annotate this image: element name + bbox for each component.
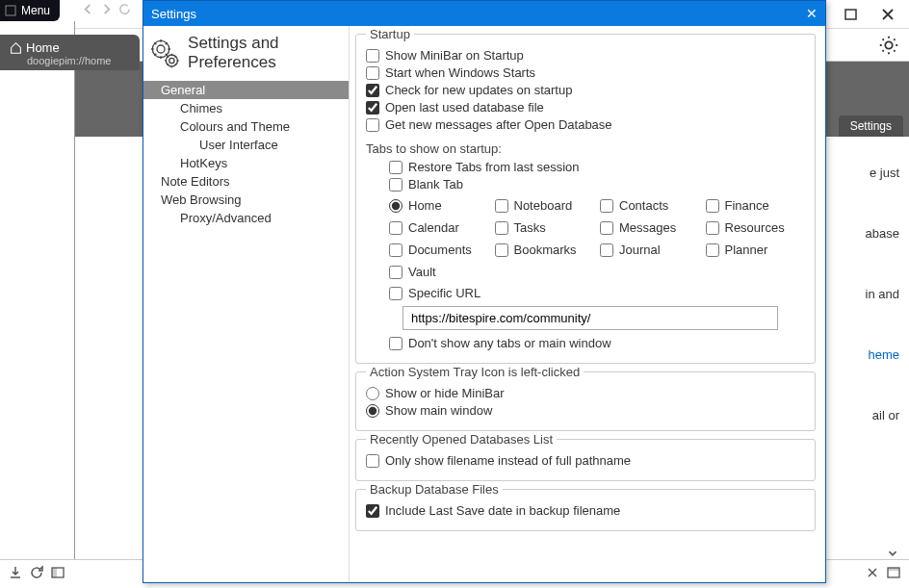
svg-rect-3	[52, 568, 57, 577]
bg-partial-text: abase	[866, 226, 899, 241]
tab-planner-checkbox[interactable]	[706, 243, 719, 257]
tabs-grid: Home Noteboard Contacts Finance Calendar…	[389, 195, 805, 282]
tab-vault-checkbox[interactable]	[389, 266, 403, 279]
backup-date-checkbox[interactable]	[366, 504, 379, 518]
dialog-title: Settings	[151, 7, 196, 21]
settings-content: Startup Show MiniBar on Startup Start wh…	[350, 26, 825, 582]
forward-icon[interactable]	[99, 2, 114, 19]
tray-legend: Action System Tray Icon is left-clicked	[366, 365, 584, 379]
specific-url-checkbox[interactable]	[389, 287, 403, 300]
svg-point-9	[169, 58, 174, 63]
show-minibar-checkbox[interactable]	[366, 49, 379, 63]
tray-minibar-radio[interactable]	[366, 387, 379, 400]
gear-icon[interactable]	[878, 35, 899, 56]
app-close-icon[interactable]	[880, 7, 896, 22]
recent-legend: Recently Opened Databases List	[366, 432, 557, 447]
settings-sidebar: Settings and Preferences General Chimes …	[143, 26, 350, 582]
tab-documents-checkbox[interactable]	[389, 243, 403, 257]
reload-icon[interactable]	[117, 2, 132, 19]
home-tab-url: doogiepim://home	[10, 55, 130, 66]
tab-home-radio[interactable]	[389, 199, 403, 213]
blank-tab-checkbox[interactable]	[389, 178, 403, 192]
tray-group: Action System Tray Icon is left-clicked …	[355, 371, 816, 431]
svg-point-7	[157, 45, 165, 53]
bg-partial-text: heme	[868, 347, 899, 362]
chevron-down-icon[interactable]	[886, 547, 899, 563]
tab-journal-checkbox[interactable]	[600, 243, 613, 257]
tab-noteboard-checkbox[interactable]	[495, 199, 508, 213]
bg-nav-buttons	[75, 0, 138, 21]
startup-legend: Startup	[366, 27, 414, 41]
dont-show-checkbox[interactable]	[389, 337, 403, 350]
refresh-icon[interactable]	[29, 565, 44, 583]
settings-dialog: Settings ✕ Settings and Preferences Gene…	[143, 0, 826, 583]
bg-partial-text: in and	[862, 287, 899, 301]
start-windows-checkbox[interactable]	[366, 66, 379, 80]
sidebar-title: Settings and Preferences	[188, 34, 343, 71]
home-tab[interactable]: Home doogiepim://home	[0, 35, 140, 70]
maximize-icon[interactable]	[844, 7, 859, 22]
open-last-db-checkbox[interactable]	[366, 101, 379, 115]
get-messages-checkbox[interactable]	[366, 118, 379, 132]
tree-chimes[interactable]: Chimes	[143, 99, 349, 117]
backup-group: Backup Database Files Include Last Save …	[355, 489, 816, 531]
tree-colours[interactable]: Colours and Theme	[143, 117, 349, 136]
specific-url-input[interactable]	[403, 306, 778, 330]
back-icon[interactable]	[81, 2, 95, 19]
tab-messages-checkbox[interactable]	[600, 221, 613, 235]
tab-tasks-checkbox[interactable]	[495, 221, 508, 235]
tree-noteeditors[interactable]: Note Editors	[143, 172, 349, 191]
recent-filename-checkbox[interactable]	[366, 454, 379, 468]
sidebar-header: Settings and Preferences	[143, 30, 349, 81]
backup-legend: Backup Database Files	[366, 482, 503, 497]
close-icon[interactable]: ✕	[806, 6, 818, 21]
tree-proxy[interactable]: Proxy/Advanced	[143, 209, 349, 227]
svg-rect-5	[888, 568, 899, 571]
tree-general[interactable]: General	[143, 81, 349, 99]
tab-bookmarks-checkbox[interactable]	[495, 243, 508, 257]
restore-tabs-checkbox[interactable]	[389, 161, 403, 174]
gears-icon	[149, 35, 180, 71]
settings-tree: General Chimes Colours and Theme User In…	[143, 81, 349, 227]
startup-group: Startup Show MiniBar on Startup Start wh…	[355, 34, 816, 364]
tree-ui[interactable]: User Interface	[143, 136, 349, 154]
svg-rect-6	[6, 6, 15, 15]
tabs-header: Tabs to show on startup:	[366, 141, 805, 156]
tree-hotkeys[interactable]: HotKeys	[143, 154, 349, 172]
bg-partial-text: ail or	[872, 408, 899, 422]
check-updates-checkbox[interactable]	[366, 84, 379, 97]
recent-group: Recently Opened Databases List Only show…	[355, 439, 816, 481]
panel-icon[interactable]	[886, 565, 901, 583]
bg-settings-tab[interactable]: Settings	[839, 115, 903, 137]
tab-resources-checkbox[interactable]	[706, 221, 719, 235]
dialog-titlebar[interactable]: Settings ✕	[143, 1, 825, 26]
panel-icon[interactable]	[50, 565, 65, 583]
tab-calendar-checkbox[interactable]	[389, 221, 403, 235]
tab-finance-checkbox[interactable]	[706, 199, 719, 213]
bg-partial-text: e just	[870, 166, 899, 180]
menu-button[interactable]: Menu	[0, 0, 60, 21]
tray-main-radio[interactable]	[366, 404, 379, 418]
download-icon[interactable]	[8, 565, 23, 583]
tree-web[interactable]: Web Browsing	[143, 191, 349, 209]
bg-left-nav	[0, 21, 75, 559]
tab-contacts-checkbox[interactable]	[600, 199, 613, 213]
close-icon[interactable]	[865, 565, 880, 583]
svg-rect-1	[845, 10, 856, 19]
